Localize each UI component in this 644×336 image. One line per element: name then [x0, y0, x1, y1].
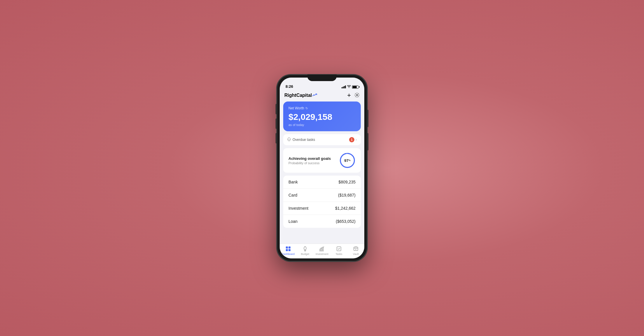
net-worth-amount: $2,029,158	[288, 112, 356, 122]
svg-rect-9	[321, 248, 322, 251]
svg-rect-10	[323, 247, 323, 251]
phone-frame: 8:26	[277, 75, 367, 261]
gear-icon	[354, 92, 360, 98]
tab-vault[interactable]: Vault	[347, 246, 364, 256]
progress-label: 97%	[344, 158, 351, 163]
tab-bar: Dashboard Budget	[280, 244, 364, 258]
goals-subtitle: Probability of success	[288, 161, 331, 165]
account-value-investment: $1,242,662	[335, 206, 356, 211]
status-time: 8:26	[286, 84, 293, 89]
accounts-section: Bank $809,235 Card ($19,687) Investment …	[283, 176, 361, 228]
phone-screen: 8:26	[280, 78, 364, 258]
battery-icon	[352, 85, 358, 89]
net-worth-label: Net Worth ↻	[288, 106, 356, 110]
svg-rect-12	[354, 247, 358, 251]
account-row-loan[interactable]: Loan ($653,052)	[283, 215, 361, 228]
add-button[interactable]: +	[347, 92, 351, 99]
goals-title: Achieving overall goals	[288, 156, 331, 161]
svg-rect-6	[288, 249, 290, 251]
scroll-content[interactable]: Net Worth ↻ $2,029,158 as of today	[280, 102, 364, 244]
svg-rect-5	[286, 249, 288, 251]
wifi-icon	[347, 85, 351, 89]
account-row-investment[interactable]: Investment $1,242,662	[283, 202, 361, 215]
account-value-card: ($19,687)	[338, 193, 356, 197]
circular-progress: 97%	[339, 152, 356, 169]
goals-text: Achieving overall goals Probability of s…	[288, 156, 331, 165]
app-header: RightCapital +	[280, 90, 364, 102]
tab-dashboard-label: Dashboard	[282, 253, 295, 256]
svg-point-13	[356, 249, 356, 250]
svg-rect-8	[320, 249, 321, 251]
notch	[307, 75, 337, 81]
trend-icon	[312, 93, 317, 98]
header-actions: +	[347, 92, 360, 99]
overdue-label: Overdue tasks	[293, 138, 315, 142]
tab-tasks-label: Tasks	[335, 253, 342, 256]
tab-tasks[interactable]: Tasks	[330, 246, 347, 256]
signal-icon	[342, 85, 346, 88]
account-label-loan: Loan	[288, 219, 298, 224]
investment-icon	[319, 246, 325, 252]
account-label-card: Card	[288, 193, 297, 197]
account-row-bank[interactable]: Bank $809,235	[283, 176, 361, 189]
phone-wrapper: 8:26	[277, 75, 367, 261]
account-value-bank: $809,235	[339, 180, 356, 184]
tab-budget-label: Budget	[301, 253, 309, 256]
vault-icon	[353, 246, 359, 252]
account-label-investment: Investment	[288, 206, 308, 211]
overdue-badge: 1	[349, 137, 354, 142]
status-icons	[342, 85, 358, 89]
app-logo: RightCapital	[284, 93, 317, 98]
tab-investment[interactable]: Investment	[314, 246, 330, 256]
account-row-card[interactable]: Card ($19,687)	[283, 189, 361, 202]
settings-button[interactable]	[354, 92, 360, 99]
tab-vault-label: Vault	[353, 253, 359, 256]
tasks-icon	[336, 246, 342, 252]
account-value-loan: ($653,052)	[336, 219, 356, 224]
bell-icon	[287, 137, 291, 142]
overdue-banner[interactable]: Overdue tasks 1 ›	[283, 134, 361, 145]
chevron-right-icon: ›	[356, 138, 357, 142]
svg-rect-3	[286, 246, 288, 249]
goals-card[interactable]: Achieving overall goals Probability of s…	[283, 148, 361, 173]
overdue-left: Overdue tasks	[287, 137, 315, 142]
refresh-icon[interactable]: ↻	[305, 106, 308, 110]
app-logo-text: RightCapital	[284, 93, 312, 98]
svg-point-0	[356, 94, 358, 96]
budget-icon	[302, 246, 308, 252]
net-worth-card[interactable]: Net Worth ↻ $2,029,158 as of today	[283, 102, 361, 131]
tab-investment-label: Investment	[316, 253, 328, 256]
overdue-right: 1 ›	[349, 137, 357, 142]
tab-dashboard[interactable]: Dashboard	[280, 246, 297, 256]
scene: 8:26	[0, 0, 644, 336]
net-worth-date: as of today	[288, 123, 356, 127]
account-label-bank: Bank	[288, 180, 298, 184]
tab-budget[interactable]: Budget	[297, 246, 314, 256]
svg-rect-4	[288, 246, 290, 249]
dashboard-icon	[285, 246, 291, 252]
